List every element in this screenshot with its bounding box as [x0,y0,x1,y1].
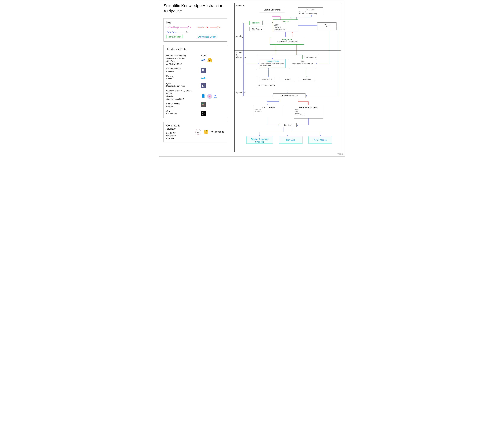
book-icon: 📘 [201,94,206,99]
node-generative: Generative Synthesis GPT3 Bloom Galactic… [294,105,323,119]
graphs-h: Graphs [166,110,196,112]
node-summarisation: Summarisation Pegasus trained on OpenRev… [259,59,286,68]
page-title: Scientific Knowledge Abstraction: A Pipe… [163,3,227,14]
node-out-newdata: New Data [279,136,302,144]
actors-h: Actors [201,54,224,57]
models-heading: Models & Data [167,48,224,51]
zone-label: Parsing [236,35,243,37]
pipeline-diagram: Retrieval Parsing Parsing & Abstraction … [234,3,341,152]
node-out-theories: New Theories [308,136,332,144]
key-panel: Key Embeddings Supervision Raw Data Retr… [163,18,227,42]
node-quality: Quality Assessment [273,93,306,98]
key-embeddings: Embeddings [166,26,194,29]
node-reviews: Reviews [249,21,263,25]
spacy-note: Spacy keyword extraction [258,85,275,86]
k-icon: K [201,68,206,73]
fact-h: Fact Checking [166,103,196,105]
zone-label: Retrieval [236,4,244,6]
graphs-list: Eleuther AI? [166,112,196,115]
qc-list: Bloom Galactic CarperAI model tbc? [166,92,196,101]
node-paragraphs: Paragraphs LayoutLMv3 trained on BioRxiv… [270,37,304,45]
eleuther-icon: ◯ [201,111,206,116]
spacy-icon: spaCy [201,77,206,79]
ai2-icon: Ai2 [201,58,206,63]
node-citation: Citation Statements [260,8,285,13]
node-evaluations: Evaluations [259,77,275,81]
compute-heading: Compute & Storage [166,124,189,130]
llm-header: LLM? Galactica? [258,56,318,59]
miro-watermark: miro [337,152,343,156]
huggingface-icon: 🤗 [204,129,209,134]
models-panel: Models & Data Papers & Embedding Semanti… [163,45,227,118]
compute-panel: Compute & Storage Stability AI? Huggingf… [163,122,227,142]
node-iteration: Iteration [279,123,297,127]
node-methods: Methods [299,77,315,81]
zone-label: Parsing & Abstraction [236,51,246,59]
huggingface-icon: 🤗 [207,58,212,63]
k-icon: K [201,83,206,88]
meta-icon: ∞ Meta [214,94,217,98]
key-supervision: Supervision [197,26,224,29]
key-heading: Key [166,21,224,24]
key-retrieved: Retrieved Item [166,35,194,38]
summ-h: Summarisation: [166,67,196,70]
node-qa: QA {model} trained on 100k SciQA set [289,59,316,68]
node-clip: Clip Towers [249,27,264,31]
arrow-icon [178,30,188,34]
node-out-existing: Existing Knowledge Synthesis [246,136,273,144]
key-synth: Synthesised Output [197,35,224,38]
flower-icon: 🌸 [207,94,212,99]
summ-list: Pegasus [166,70,196,73]
fact-list: Minerva 2 [166,105,196,108]
hexagon-icon: ⬡ [195,129,201,135]
papers-embed-h: Papers & Embedding [166,54,196,57]
qa-h: Q&A [166,82,196,85]
arrow-icon [210,26,220,29]
pinecone-icon: ❋Pinecone [211,130,224,133]
left-column: Scientific Knowledge Abstraction: A Pipe… [163,3,227,145]
key-raw-data: Raw Data [166,30,194,34]
node-results: Results [279,77,295,81]
node-fact-check: Fact Checking Minervav2 Embeddings [254,105,283,117]
parse-h: Parsing [166,75,196,77]
node-graphs: Graphs ? [317,23,336,30]
papers-embed-list: Semantic scholar API Grey Area Lit All-M… [166,57,196,66]
parse-list: Spacy [166,77,196,80]
arrow-icon [180,26,191,29]
node-papers: Papers PMC 8M AI2 8M Crossref 1M Grey li… [273,19,298,32]
duck-icon: 🦆 [201,102,206,107]
qa-list: Model to be confirmed [166,85,196,87]
compute-list: Stability AI? Huggingface Pinecone [166,132,189,140]
qc-h: Quality Control & Synthesis [166,90,196,92]
node-abstracts: Abstracts Crossref 68M! all-MiniLM-L12-v… [298,7,323,15]
zone-label: Synthesis [236,91,245,94]
diagram-canvas: Scientific Knowledge Abstraction: A Pipe… [159,0,345,157]
